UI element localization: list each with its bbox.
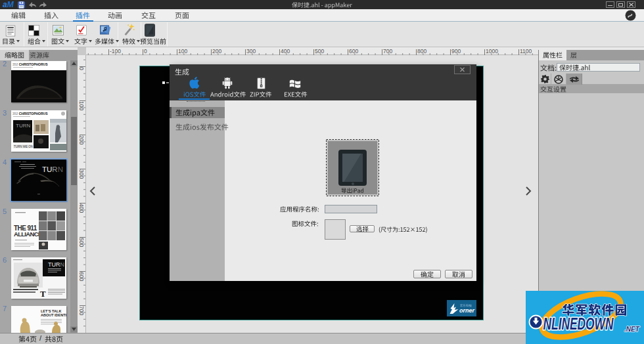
- svg-text:ABOUT IDENTITY: ABOUT IDENTITY: [41, 313, 66, 317]
- svg-text:TURN: TURN: [48, 261, 64, 268]
- svg-text:T: T: [40, 289, 46, 299]
- svg-text:TURN: TURN: [16, 123, 30, 129]
- svg-text:NLINEDOWN: NLINEDOWN: [543, 314, 614, 333]
- svg-text:.NET: .NET: [624, 326, 640, 333]
- svg-text:ALLIANCE: ALLIANCE: [14, 230, 42, 238]
- svg-text:TURN: TURN: [42, 165, 63, 173]
- svg-text:TURN WE ON: TURN WE ON: [14, 145, 33, 148]
